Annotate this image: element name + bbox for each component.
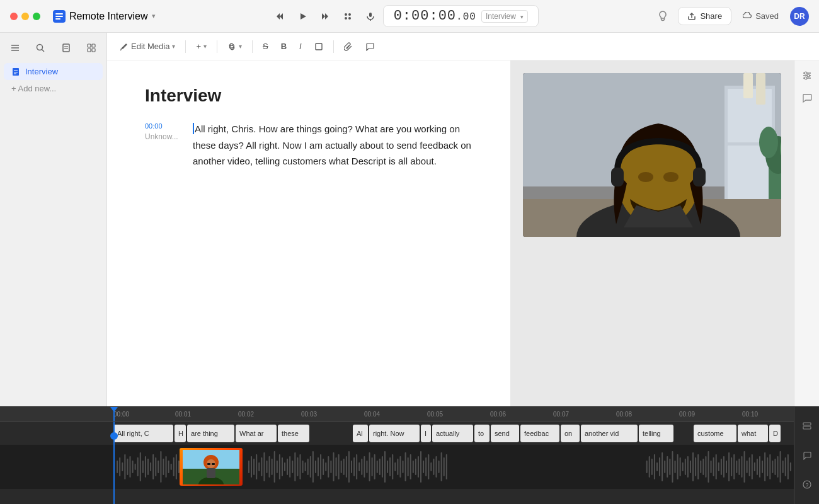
svg-rect-107 bbox=[299, 454, 301, 479]
rewind-button[interactable] bbox=[270, 6, 290, 26]
close-button[interactable] bbox=[10, 13, 18, 20]
svg-rect-85 bbox=[176, 454, 177, 479]
svg-rect-44 bbox=[693, 168, 706, 186]
svg-line-14 bbox=[42, 50, 45, 52]
word-chip-6[interactable]: right. Now bbox=[369, 425, 420, 442]
word-chip-1[interactable]: H bbox=[175, 425, 186, 442]
svg-rect-177 bbox=[677, 454, 679, 479]
word-chip-2[interactable]: are thing bbox=[187, 425, 234, 442]
timeline-playhead bbox=[113, 422, 115, 504]
properties-panel-button[interactable] bbox=[797, 66, 817, 86]
svg-rect-94 bbox=[266, 461, 267, 473]
svg-rect-151 bbox=[413, 461, 414, 473]
svg-rect-129 bbox=[356, 454, 357, 479]
word-chip-17[interactable]: D bbox=[769, 425, 781, 442]
lightbulb-icon bbox=[656, 10, 669, 23]
link-button[interactable]: ▾ bbox=[222, 37, 247, 56]
video-preview[interactable] bbox=[523, 73, 781, 237]
properties-icon bbox=[802, 71, 812, 81]
word-chip-15[interactable]: custome bbox=[694, 425, 736, 442]
svg-rect-116 bbox=[323, 459, 324, 475]
ruler-mark-2: 00:02 bbox=[238, 411, 254, 418]
minimize-button[interactable] bbox=[21, 13, 29, 20]
svg-rect-110 bbox=[307, 459, 309, 475]
descript-logo-icon bbox=[53, 10, 66, 23]
editor-area: Edit Media ▾ + ▾ ▾ S B bbox=[107, 33, 819, 406]
sidebar-item-interview[interactable]: Interview bbox=[4, 63, 103, 80]
svg-rect-213 bbox=[769, 454, 770, 479]
project-dropdown-arrow[interactable]: ▾ bbox=[152, 12, 156, 20]
microphone-button[interactable] bbox=[360, 6, 381, 26]
sidebar-search-button[interactable] bbox=[33, 40, 48, 58]
word-chip-16[interactable]: what bbox=[738, 425, 768, 442]
sidebar-menu-button[interactable] bbox=[8, 40, 23, 58]
timeline-help-button[interactable]: ? bbox=[798, 476, 816, 493]
svg-rect-210 bbox=[762, 461, 763, 473]
svg-rect-161 bbox=[438, 461, 440, 473]
svg-rect-186 bbox=[700, 461, 701, 473]
comments-panel-button[interactable] bbox=[797, 88, 817, 108]
svg-rect-155 bbox=[423, 461, 424, 473]
add-button[interactable]: + ▾ bbox=[191, 37, 212, 56]
svg-rect-163 bbox=[444, 457, 445, 476]
edit-media-button[interactable]: Edit Media ▾ bbox=[115, 37, 180, 56]
toolbar-divider-4 bbox=[333, 40, 334, 53]
comment-button[interactable] bbox=[360, 37, 379, 56]
fast-forward-button[interactable] bbox=[315, 6, 335, 26]
share-button[interactable]: Share bbox=[678, 7, 731, 25]
word-chip-0[interactable]: All right, C bbox=[113, 425, 173, 442]
word-chip-8[interactable]: actually bbox=[432, 425, 473, 442]
word-chip-14[interactable]: telling bbox=[639, 425, 673, 442]
transport-controls: 0:00:00.00 Interview ▾ bbox=[163, 5, 646, 27]
effects-button[interactable] bbox=[338, 6, 358, 26]
maximize-button[interactable] bbox=[33, 13, 40, 20]
word-chip-11[interactable]: feedbac bbox=[520, 425, 559, 442]
timeline-label[interactable]: Interview ▾ bbox=[481, 10, 528, 23]
transcript-text[interactable]: All right, Chris. How are things going? … bbox=[193, 121, 472, 169]
word-chip-12[interactable]: on bbox=[561, 425, 580, 442]
italic-button[interactable]: I bbox=[294, 37, 307, 56]
svg-rect-198 bbox=[731, 457, 732, 476]
svg-rect-223 bbox=[803, 427, 811, 429]
word-chip-9[interactable]: to bbox=[474, 425, 490, 442]
ruler-mark-7: 00:07 bbox=[553, 411, 569, 418]
timeline-chat-button[interactable] bbox=[798, 447, 816, 464]
idea-button[interactable] bbox=[653, 6, 673, 26]
svg-point-4 bbox=[345, 13, 347, 16]
svg-rect-26 bbox=[316, 43, 322, 50]
svg-rect-67 bbox=[129, 456, 130, 478]
word-chip-10[interactable]: send bbox=[491, 425, 519, 442]
word-chip-3[interactable]: What ar bbox=[236, 425, 277, 442]
word-chip-4[interactable]: these bbox=[278, 425, 309, 442]
timeline-layout-icon bbox=[803, 422, 811, 431]
sidebar-grid-button[interactable] bbox=[84, 40, 99, 58]
svg-rect-70 bbox=[137, 457, 139, 476]
strikethrough-button[interactable]: S bbox=[258, 37, 273, 56]
svg-rect-196 bbox=[726, 461, 727, 473]
ruler-mark-1: 00:01 bbox=[175, 411, 191, 418]
svg-rect-165 bbox=[646, 461, 648, 473]
word-chip-13[interactable]: another vid bbox=[581, 425, 638, 442]
svg-rect-80 bbox=[163, 459, 164, 475]
edit-icon bbox=[120, 42, 129, 51]
document-icon bbox=[61, 43, 71, 53]
script-editor[interactable]: Interview 00:00 Unknow... All right, Chr… bbox=[107, 60, 510, 406]
word-chip-5[interactable]: Al bbox=[353, 425, 368, 442]
timeline-chat-icon bbox=[803, 451, 811, 460]
user-avatar[interactable]: DR bbox=[790, 7, 809, 26]
svg-rect-3 bbox=[55, 18, 60, 20]
svg-rect-126 bbox=[348, 451, 350, 483]
play-button[interactable] bbox=[292, 6, 312, 26]
sidebar-doc-button[interactable] bbox=[59, 40, 74, 58]
box-button[interactable] bbox=[309, 37, 328, 56]
word-chip-7[interactable]: I bbox=[421, 425, 431, 442]
add-new-button[interactable]: + Add new... bbox=[4, 80, 103, 97]
clip-button[interactable] bbox=[339, 37, 358, 56]
svg-rect-122 bbox=[338, 454, 340, 479]
svg-point-6 bbox=[345, 17, 347, 20]
timeline-layout-button[interactable] bbox=[798, 418, 816, 435]
bold-button[interactable]: B bbox=[276, 37, 292, 56]
saved-button[interactable]: Saved bbox=[736, 8, 785, 25]
svg-rect-2 bbox=[55, 16, 63, 17]
toolbar-divider-3 bbox=[252, 40, 253, 53]
